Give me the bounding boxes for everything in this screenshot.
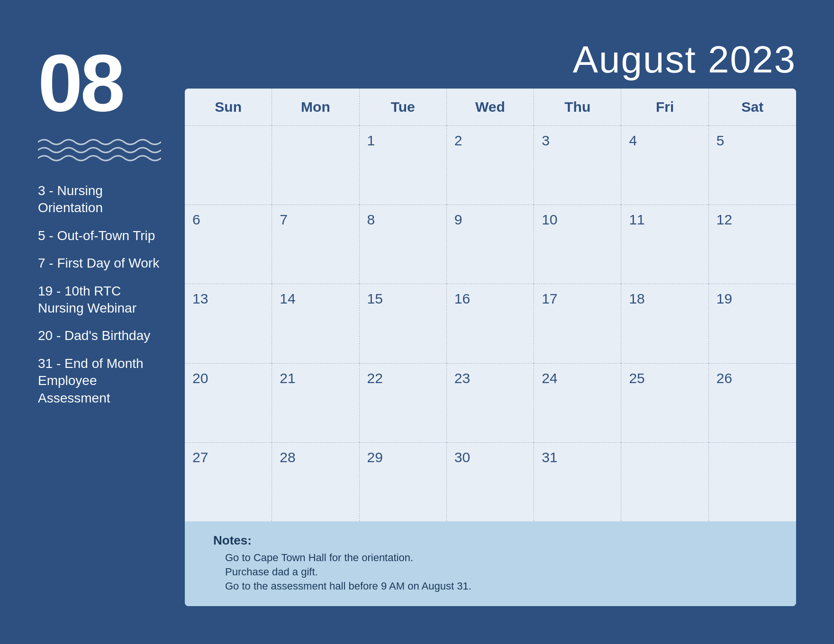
day-number: 19 — [716, 291, 789, 307]
table-row: 25 — [621, 363, 708, 442]
table-row: 17 — [534, 284, 621, 363]
table-row — [272, 125, 359, 205]
day-sun: Sun — [185, 89, 272, 125]
table-row: 15 — [360, 284, 447, 363]
table-row: 7 — [272, 205, 359, 284]
event-item-2: 5 - Out-of-Town Trip — [38, 227, 161, 244]
day-thu: Thu — [534, 89, 621, 125]
table-row: 23 — [447, 363, 534, 442]
main-area: August 2023 Sun Mon Tue Wed Thu Fri Sat … — [175, 24, 810, 620]
day-fri: Fri — [621, 89, 708, 125]
day-number: 9 — [454, 212, 526, 228]
notes-list: Go to Cape Town Hall for the orientation… — [213, 552, 768, 592]
table-row: 11 — [621, 205, 708, 284]
day-number: 31 — [542, 449, 613, 465]
day-number: 22 — [367, 370, 439, 386]
table-row: 4 — [621, 125, 708, 205]
day-number: 4 — [629, 133, 700, 149]
event-item-4: 19 - 10th RTC Nursing Webinar — [38, 283, 161, 317]
calendar-body: 1234567891011121314151617181920212223242… — [185, 125, 796, 521]
table-row: 8 — [360, 205, 447, 284]
day-number: 28 — [280, 449, 351, 465]
day-wed: Wed — [447, 89, 534, 125]
day-number: 20 — [192, 370, 264, 386]
table-row — [621, 442, 708, 521]
calendar-wrapper: Sun Mon Tue Wed Thu Fri Sat 123456789101… — [185, 89, 796, 606]
event-item-1: 3 - Nursing Orientation — [38, 182, 161, 217]
day-number: 3 — [542, 133, 613, 149]
table-row: 21 — [272, 363, 359, 442]
page-container: 08 3 - Nursing Orientation 5 - Out-of-To… — [24, 24, 810, 620]
day-number: 6 — [192, 212, 264, 228]
table-row — [185, 125, 272, 205]
table-row: 31 — [534, 442, 621, 521]
event-item-6: 31 - End of Month Employee Assessment — [38, 355, 161, 407]
table-row: 1 — [360, 125, 447, 205]
day-number: 24 — [542, 370, 613, 386]
day-sat: Sat — [709, 89, 796, 125]
note-item-2: Purchase dad a gift. — [223, 566, 768, 578]
table-row: 24 — [534, 363, 621, 442]
event-item-5: 20 - Dad's Birthday — [38, 327, 161, 344]
day-number: 29 — [367, 449, 439, 465]
wavy-decoration — [38, 137, 161, 163]
note-item-3: Go to the assessment hall before 9 AM on… — [223, 580, 768, 592]
day-tue: Tue — [360, 89, 447, 125]
day-number: 10 — [542, 212, 613, 228]
table-row: 28 — [272, 442, 359, 521]
table-row: 12 — [709, 205, 796, 284]
sidebar: 08 3 - Nursing Orientation 5 - Out-of-To… — [24, 24, 175, 620]
note-item-1: Go to Cape Town Hall for the orientation… — [223, 552, 768, 564]
day-number: 13 — [192, 291, 264, 307]
table-row: 26 — [709, 363, 796, 442]
day-number: 14 — [280, 291, 351, 307]
table-row: 27 — [185, 442, 272, 521]
day-number: 18 — [629, 291, 700, 307]
table-row: 2 — [447, 125, 534, 205]
day-number: 5 — [716, 133, 789, 149]
day-number: 12 — [716, 212, 789, 228]
table-row: 18 — [621, 284, 708, 363]
day-number: 26 — [716, 370, 789, 386]
day-number: 30 — [454, 449, 526, 465]
notes-section: Notes: Go to Cape Town Hall for the orie… — [185, 521, 796, 606]
day-number: 8 — [367, 212, 439, 228]
table-row: 29 — [360, 442, 447, 521]
table-row: 5 — [709, 125, 796, 205]
month-number: 08 — [38, 43, 161, 123]
table-row: 6 — [185, 205, 272, 284]
event-item-3: 7 - First Day of Work — [38, 255, 161, 272]
table-row: 19 — [709, 284, 796, 363]
table-row — [709, 442, 796, 521]
day-number: 25 — [629, 370, 700, 386]
notes-title: Notes: — [213, 533, 768, 548]
year-title: August 2023 — [185, 38, 796, 81]
table-row: 13 — [185, 284, 272, 363]
day-mon: Mon — [272, 89, 359, 125]
table-row: 14 — [272, 284, 359, 363]
day-number: 7 — [280, 212, 351, 228]
table-row: 3 — [534, 125, 621, 205]
day-number: 16 — [454, 291, 526, 307]
day-number: 23 — [454, 370, 526, 386]
table-row: 10 — [534, 205, 621, 284]
table-row: 20 — [185, 363, 272, 442]
day-number: 11 — [629, 212, 700, 228]
table-row: 22 — [360, 363, 447, 442]
calendar-header: Sun Mon Tue Wed Thu Fri Sat — [185, 89, 796, 125]
table-row: 16 — [447, 284, 534, 363]
events-list: 3 - Nursing Orientation 5 - Out-of-Town … — [38, 182, 161, 407]
day-number: 21 — [280, 370, 351, 386]
day-number: 15 — [367, 291, 439, 307]
table-row: 30 — [447, 442, 534, 521]
day-number: 27 — [192, 449, 264, 465]
table-row: 9 — [447, 205, 534, 284]
day-number: 17 — [542, 291, 613, 307]
calendar-grid: Sun Mon Tue Wed Thu Fri Sat 123456789101… — [185, 89, 796, 521]
day-number: 2 — [454, 133, 526, 149]
day-number: 1 — [367, 133, 439, 149]
